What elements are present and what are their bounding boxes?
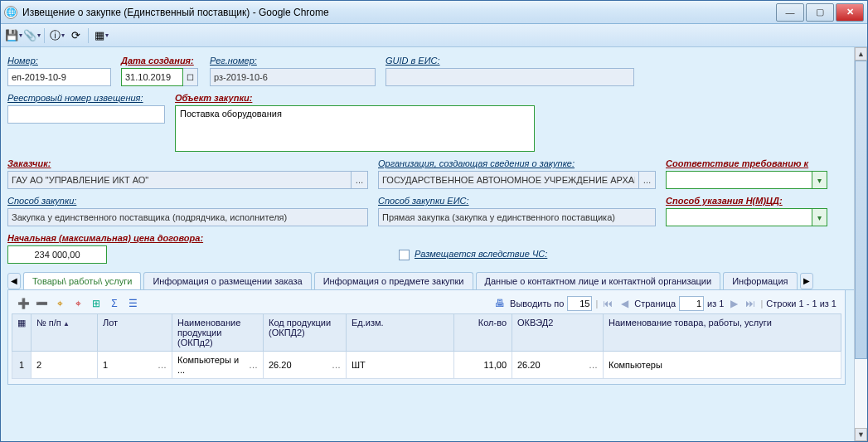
scroll-up-icon[interactable]: ▲ [855,47,867,61]
cell-prod-name[interactable]: Компьютеры [604,352,841,379]
label-object: Объект закупки: [175,93,535,103]
header-lot[interactable]: Лот [98,314,172,352]
lookup-icon[interactable]: … [589,360,598,370]
label-compliance: Соответствие требованию к [666,158,827,168]
tab-placement-info[interactable]: Информация о размещении заказа [143,272,311,289]
scroll-down-icon[interactable]: ▼ [855,428,867,441]
header-name[interactable]: Наименование продукции (ОКПд2) [172,314,264,352]
lookup-icon[interactable]: … [639,171,656,189]
lookup-icon[interactable]: … [158,360,167,370]
separator [44,28,45,43]
cell-unit[interactable]: ШТ [347,352,454,379]
page-input[interactable] [679,296,704,311]
grid-export-excel-icon[interactable]: ⊞ [90,297,103,310]
attach-icon[interactable]: 📎 [24,28,39,43]
label-method: Способ закупки: [7,196,368,206]
info-icon[interactable]: ⓘ [50,28,65,43]
grid-filter-icon[interactable]: ⌖ [53,297,66,310]
label-org-info: Организация, создающая сведения о закупк… [378,158,656,168]
globe-icon: 🌐 [4,6,17,19]
cell-npp[interactable]: 2 [32,352,98,379]
input-customer[interactable] [7,171,352,189]
input-reg-number[interactable] [210,68,376,86]
app-toolbar: 💾 📎 ⓘ ⟳ ▦ [1,24,867,47]
cell-lot[interactable]: 1 [103,360,108,370]
calendar-icon[interactable]: ☐ [183,68,198,86]
input-number[interactable] [7,68,111,86]
window-close-button[interactable]: ✕ [836,3,864,22]
header-selector[interactable]: ▦ [12,314,32,352]
rows-info-label: Строки 1 - 1 из 1 [766,299,836,308]
input-method-eis[interactable] [378,208,656,226]
label-reestr-no: Реестровый номер извещения: [7,93,165,103]
cell-okved[interactable]: 26.20 [517,360,541,370]
scroll-thumb[interactable] [855,61,867,359]
input-reestr-no[interactable] [7,105,165,124]
textarea-object[interactable] [175,105,535,152]
label-number: Номер: [7,56,111,66]
table-header-row: ▦ № п/п Лот Наименование продукции (ОКПд… [12,314,841,352]
input-guid[interactable] [386,68,634,86]
grid-clear-filter-icon[interactable]: ⌖ [71,297,85,310]
grid-toolbar: ➕ ➖ ⌖ ⌖ ⊞ Σ ☰ 🖶 Выводить по | ⏮ ◀ Страни… [12,294,841,313]
input-org-info[interactable] [378,171,639,189]
page-label: Страница [634,299,676,308]
input-method[interactable] [7,208,368,226]
content-area: Номер: Дата создания: ☐ Рег.номер: GUID … [1,47,867,441]
grid-add-icon[interactable]: ➕ [17,297,30,310]
label-create-date: Дата создания: [121,56,200,66]
grid-settings-icon[interactable]: ☰ [126,297,139,310]
tab-subject-info[interactable]: Информация о предмете закупки [314,272,473,289]
lookup-icon[interactable]: … [352,171,368,189]
tab-goods-works-services[interactable]: Товары\ работы\ услуги [23,272,141,289]
vertical-scrollbar[interactable]: ▲ ▼ [854,47,867,441]
data-grid: ▦ № п/п Лот Наименование продукции (ОКПд… [12,313,841,379]
cell-code[interactable]: 26.20 [269,360,292,370]
pager-last-icon[interactable]: ⏭ [744,297,757,310]
refresh-icon[interactable]: ⟳ [68,28,83,43]
header-qty[interactable]: Кол-во [454,314,512,352]
label-reg-number: Рег.номер: [210,56,376,66]
grid-sum-icon[interactable]: Σ [108,297,121,310]
pager-next-icon[interactable]: ▶ [727,297,740,310]
tabs: ◀ Товары\ работы\ услуги Информация о ра… [7,272,861,290]
input-nmcd-price[interactable] [7,245,107,264]
label-method-eis: Способ закупки ЕИС: [378,196,656,206]
columns-icon[interactable]: ▦ [94,28,109,43]
select-nmcd-method[interactable] [666,208,812,226]
label-nmcd-method: Способ указания Н(М)ЦД: [666,196,827,206]
tab-contact-info[interactable]: Данные о контактном лице и контактной ор… [476,272,721,289]
cell-qty[interactable]: 11,00 [454,352,512,379]
pager-first-icon[interactable]: ⏮ [601,297,614,310]
tab-scroll-left[interactable]: ◀ [7,273,21,289]
table-row[interactable]: 1 2 1… Компьютеры и ...… 26.20… ШТ 11,00… [12,352,841,379]
titlebar: 🌐 Извещение о закупке (Единственный пост… [1,1,867,24]
chevron-down-icon[interactable]: ▾ [812,208,827,226]
chevron-down-icon[interactable]: ▾ [812,171,827,189]
header-unit[interactable]: Ед.изм. [347,314,454,352]
lookup-icon[interactable]: … [249,360,258,370]
checkbox-chs[interactable] [399,250,410,260]
header-prod-name[interactable]: Наименование товара, работы, услуги [604,314,841,352]
window-maximize-button[interactable]: ▢ [806,3,834,22]
select-compliance[interactable] [666,171,812,189]
header-code[interactable]: Код продукции (ОКПД2) [264,314,347,352]
header-npp[interactable]: № п/п [36,318,70,328]
save-icon[interactable]: 💾 [6,28,21,43]
output-by-input[interactable] [567,296,592,311]
grid-delete-icon[interactable]: ➖ [35,297,48,310]
cell-name[interactable]: Компьютеры и ... [177,355,245,375]
label-chs: Размещается вследствие ЧС: [415,249,547,259]
app-window: 🌐 Извещение о закупке (Единственный пост… [0,0,868,442]
tab-info[interactable]: Информация [723,272,797,289]
tab-scroll-right[interactable]: ▶ [800,273,813,289]
grid-panel: ➕ ➖ ⌖ ⌖ ⊞ Σ ☰ 🖶 Выводить по | ⏮ ◀ Страни… [7,290,846,385]
pager-prev-icon[interactable]: ◀ [618,297,631,310]
row-index: 1 [12,352,32,379]
grid-print-icon[interactable]: 🖶 [493,297,507,310]
window-minimize-button[interactable]: — [776,3,804,22]
label-nmcd-price: Начальная (максимальная) цена договора: [7,233,223,243]
header-okved[interactable]: ОКВЭД2 [512,314,604,352]
lookup-icon[interactable]: … [332,360,341,370]
input-create-date[interactable] [121,68,183,86]
